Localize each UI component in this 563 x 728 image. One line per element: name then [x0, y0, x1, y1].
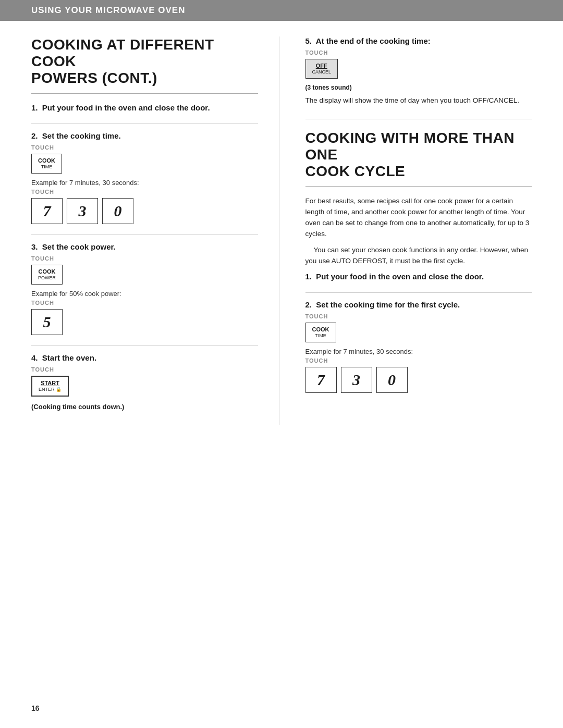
- left-step-3: 3. Set the cook power. Touch COOK POWER …: [31, 242, 258, 346]
- num-box-3-left: 3: [67, 198, 98, 224]
- right-step2-touch-label: Touch: [305, 313, 532, 319]
- left-section-heading: Cooking at Different Cook Powers (Cont.): [31, 36, 258, 94]
- step2-touch-label: Touch: [31, 144, 258, 151]
- right-step-1: 1. Put your food in the oven and close t…: [305, 272, 532, 293]
- start-enter-button[interactable]: START ENTER 🔒: [31, 376, 69, 397]
- right-cook-time-main: COOK: [312, 326, 329, 333]
- right-num-box-7: 7: [305, 367, 337, 393]
- step5-title: 5. At the end of the cooking time:: [305, 36, 532, 45]
- step3-touch-label2: Touch: [31, 300, 258, 306]
- right-step2-number-boxes: 7 3 0: [305, 367, 532, 393]
- right-cook-time-sub: TIME: [312, 333, 329, 339]
- two-column-layout: Cooking at Different Cook Powers (Cont.)…: [31, 36, 532, 425]
- enter-label: ENTER 🔒: [39, 387, 62, 393]
- heading-line1: Cooking at Different Cook: [31, 36, 214, 69]
- num-box-5: 5: [31, 309, 63, 335]
- right-step2-example: Example for 7 minutes, 30 seconds:: [305, 348, 532, 355]
- tones-text: (3 tones sound): [305, 84, 532, 91]
- heading-line2: Powers: [31, 70, 97, 86]
- start-label: START: [39, 379, 62, 387]
- right-step2-title: 2. Set the cooking time for the first cy…: [305, 300, 532, 309]
- num-box-7-left: 7: [31, 198, 63, 224]
- step5-touch-label: Touch: [305, 50, 532, 56]
- page-number: 16: [31, 704, 40, 712]
- right-step1-title: 1. Put your food in the oven and close t…: [305, 272, 532, 281]
- right-num-box-3: 3: [341, 367, 372, 393]
- right-num-box-0: 0: [376, 367, 408, 393]
- step3-touch-label: Touch: [31, 255, 258, 262]
- intro-text: For best results, some recipes call for …: [305, 196, 532, 240]
- step3-number-boxes: 5: [31, 309, 258, 335]
- right-step2-touch-label2: Touch: [305, 357, 532, 364]
- step2-title: 2. Set the cooking time.: [31, 131, 258, 140]
- right-heading-line2: Cook Cycle: [305, 163, 406, 179]
- step3-title: 3. Set the cook power.: [31, 242, 258, 251]
- off-label: OFF: [312, 62, 332, 69]
- cook-power-button[interactable]: COOK POWER: [31, 265, 63, 285]
- step1-title: 1. Put your food in the oven and close t…: [31, 103, 258, 112]
- off-cancel-button[interactable]: OFF CANCEL: [305, 59, 338, 79]
- cook-time-button-left[interactable]: COOK TIME: [31, 154, 62, 174]
- indent-text: You can set your chosen cook functions i…: [305, 245, 532, 267]
- cook-time-button-right[interactable]: COOK TIME: [305, 323, 336, 342]
- num-box-0-left: 0: [102, 198, 133, 224]
- header-title: Using Your Microwave Oven: [31, 5, 185, 15]
- left-step-2: 2. Set the cooking time. Touch COOK TIME…: [31, 131, 258, 235]
- right-column: 5. At the end of the cooking time: Touch…: [305, 36, 532, 411]
- left-step-1: 1. Put your food in the oven and close t…: [31, 103, 258, 124]
- right-step-2: 2. Set the cooking time for the first cy…: [305, 300, 532, 403]
- right-step-5: 5. At the end of the cooking time: Touch…: [305, 36, 532, 119]
- step4-title: 4. Start the oven.: [31, 353, 258, 362]
- lock-icon: 🔒: [56, 387, 62, 393]
- step2-number-boxes: 7 3 0: [31, 198, 258, 224]
- step2-example: Example for 7 minutes, 30 seconds:: [31, 179, 258, 187]
- cook-power-main: COOK: [38, 268, 56, 275]
- step3-example: Example for 50% cook power:: [31, 290, 258, 298]
- right-heading-line1: Cooking with More Than One: [305, 130, 515, 163]
- cancel-label: CANCEL: [312, 69, 332, 76]
- right-section-heading: Cooking with More Than One Cook Cycle: [305, 130, 532, 187]
- step4-note: (Cooking time counts down.): [31, 403, 258, 411]
- cook-power-sub: POWER: [38, 275, 56, 281]
- left-column: Cooking at Different Cook Powers (Cont.)…: [31, 36, 279, 425]
- heading-cont: (Cont.): [102, 70, 157, 86]
- step4-touch-label: Touch: [31, 366, 258, 373]
- cook-time-main: COOK: [38, 157, 55, 164]
- page-wrapper: Using Your Microwave Oven Cooking at Dif…: [0, 0, 563, 728]
- off-cancel-body: The display will show the time of day wh…: [305, 95, 532, 106]
- cook-time-sub: TIME: [38, 164, 55, 170]
- step2-touch-label2: Touch: [31, 189, 258, 195]
- header-bar: Using Your Microwave Oven: [0, 0, 563, 21]
- left-step-4: 4. Start the oven. Touch START ENTER 🔒 (…: [31, 353, 258, 418]
